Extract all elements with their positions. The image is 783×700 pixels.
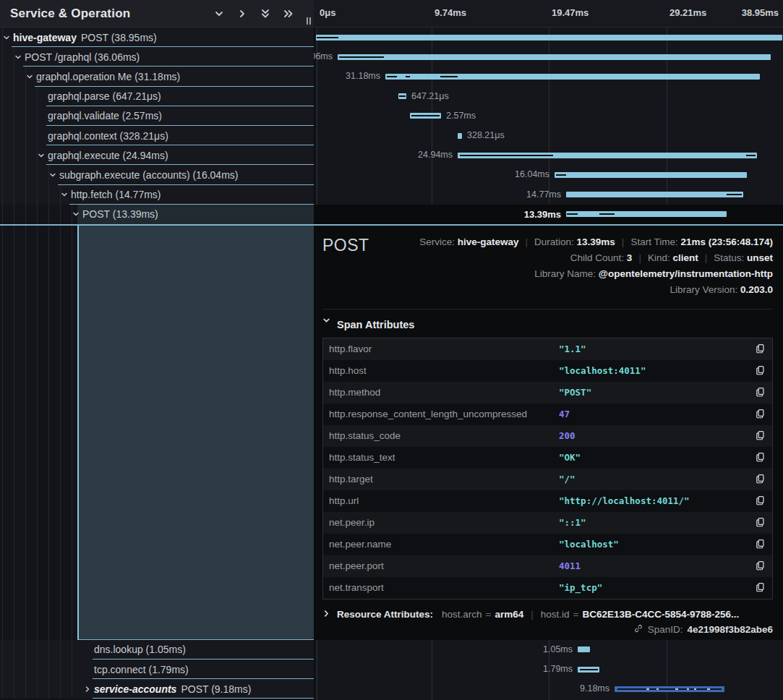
operation-name: dns.lookup (1.05ms) [94, 644, 186, 655]
span-row[interactable]: subgraph.execute (accounts) (16.04ms)16.… [0, 165, 783, 184]
span-row-timeline-cell: 2.57ms [314, 106, 783, 126]
copy-value-button[interactable] [753, 473, 766, 486]
duration-bar[interactable] [458, 133, 462, 139]
attribute-key: http.target [329, 474, 559, 485]
child-span-dot [646, 688, 649, 690]
chevron-down-icon[interactable] [72, 210, 80, 218]
copy-value-button[interactable] [753, 560, 766, 573]
span-row-label-cell: graphql.operation Me (31.18ms) [0, 67, 314, 86]
copy-value-button[interactable] [753, 364, 766, 377]
resource-attributes-header[interactable]: Resource Attributes: host.arch=arm64|hos… [322, 609, 773, 620]
span-label: graphql.execute (24.94ms) [48, 150, 168, 161]
span-label: POST /graphql (36.06ms) [25, 51, 140, 63]
expand-one-icon[interactable] [236, 7, 249, 20]
duration-bar[interactable] [410, 113, 441, 119]
resource-key: host.arch [442, 609, 482, 620]
resource-value: arm64 [495, 609, 523, 620]
bar-duration-label: 36.06ms [314, 47, 333, 67]
bar-duration-label: 24.94ms [418, 145, 453, 165]
span-row[interactable]: graphql.context (328.21μs)328.21μs [0, 126, 783, 145]
collapse-one-icon[interactable] [213, 7, 226, 20]
child-span-dot [687, 688, 689, 690]
overview-field-label: Library Name: [534, 268, 599, 279]
copy-value-button[interactable] [753, 538, 766, 551]
span-row[interactable]: dns.lookup (1.05ms)1.05ms [0, 640, 783, 660]
span-row-timeline-cell: 38.95ms [314, 27, 783, 47]
duration-bar[interactable] [578, 667, 599, 673]
copy-value-button[interactable] [753, 451, 766, 464]
bar-duration-label: 13.39ms [524, 205, 561, 224]
span-row[interactable]: service-accountsPOST (9.18ms)9.18ms [0, 679, 783, 699]
span-id-line: SpanID: 4e21998f3b82abe6 [322, 623, 773, 636]
span-label: tcp.connect (1.79ms) [94, 664, 189, 675]
chevron-right-icon[interactable] [84, 686, 91, 693]
chevron-down-icon[interactable] [38, 152, 45, 159]
chevron-down-icon[interactable] [14, 54, 22, 61]
chevron-down-icon[interactable] [26, 73, 33, 80]
span-row[interactable]: graphql.execute (24.94ms)24.94ms [0, 145, 783, 165]
span-row[interactable]: POST (13.39ms)13.39ms [0, 205, 783, 224]
span-row[interactable]: http.fetch (14.77ms)14.77ms [0, 185, 783, 205]
span-attributes-header[interactable]: Span Attributes [322, 317, 773, 333]
row-underline [93, 698, 314, 699]
span-row[interactable]: graphql.validate (2.57ms)2.57ms [0, 106, 783, 126]
bar-duration-label: 2.57ms [446, 106, 476, 126]
span-row[interactable]: hive-gatewayPOST (38.95ms)38.95ms [0, 27, 783, 47]
divider [322, 309, 773, 310]
copy-value-button[interactable] [753, 430, 766, 443]
operation-name: subgraph.execute (accounts) (16.04ms) [59, 169, 238, 181]
span-row-timeline-cell: 24.94ms [314, 145, 783, 165]
attribute-value: "POST" [559, 387, 753, 398]
duration-bar[interactable] [385, 74, 760, 80]
span-row-timeline-cell: 16.04ms [314, 165, 783, 184]
span-row[interactable]: graphql.parse (647.21μs)647.21μs [0, 87, 783, 106]
duration-bar[interactable] [615, 686, 724, 692]
span-row[interactable]: POST /graphql (36.06ms)36.06ms [0, 47, 783, 67]
attribute-key: http.status_code [329, 430, 559, 441]
collapse-all-icon[interactable] [259, 7, 272, 20]
chevron-down-icon[interactable] [49, 171, 56, 179]
span-label: graphql.validate (2.57ms) [48, 110, 162, 121]
duration-bar[interactable] [398, 93, 406, 99]
link-icon[interactable] [633, 623, 643, 636]
duration-bar[interactable] [566, 211, 727, 217]
copy-value-button[interactable] [753, 408, 766, 421]
span-attributes-title: Span Attributes [337, 319, 414, 330]
span-row-label-cell: POST (13.39ms) [0, 205, 314, 224]
copy-value-button[interactable] [753, 581, 766, 594]
attribute-value: "::1" [559, 517, 753, 528]
span-row-label-cell: hive-gatewayPOST (38.95ms) [0, 27, 314, 47]
operation-name: tcp.connect (1.79ms) [94, 664, 189, 675]
attribute-value: 4011 [559, 560, 753, 571]
copy-value-button[interactable] [753, 386, 766, 399]
attribute-row: http.target"/" [323, 469, 772, 490]
chevron-down-icon[interactable] [3, 34, 10, 41]
copy-value-button[interactable] [753, 343, 766, 356]
column-resizer-handle[interactable] [307, 17, 311, 25]
attribute-row: net.peer.name"localhost" [323, 534, 772, 555]
expand-all-icon[interactable] [282, 7, 295, 20]
span-row-label-cell: tcp.connect (1.79ms) [0, 660, 314, 679]
child-span-mark [567, 213, 578, 215]
chevron-right-icon [322, 609, 330, 620]
duration-bar[interactable] [566, 192, 743, 197]
span-row[interactable]: tcp.connect (1.79ms)1.79ms [0, 660, 783, 679]
duration-bar[interactable] [338, 54, 771, 60]
copy-value-button[interactable] [753, 495, 766, 508]
attribute-key: net.transport [329, 582, 559, 593]
field-separator: | [519, 236, 535, 247]
copy-value-button[interactable] [753, 516, 766, 529]
span-rows: hive-gatewayPOST (38.95ms)38.95msPOST /g… [0, 27, 783, 699]
span-row[interactable]: graphql.operation Me (31.18ms)31.18ms [0, 67, 783, 86]
duration-bar[interactable] [458, 153, 757, 158]
overview-line: Service: hive-gateway|Duration: 13.39ms|… [369, 234, 773, 250]
duration-bar[interactable] [555, 172, 747, 178]
bar-duration-label: 1.79ms [543, 660, 573, 679]
duration-bar[interactable] [578, 646, 590, 652]
chevron-down-icon[interactable] [61, 191, 68, 198]
child-span-mark [339, 56, 384, 58]
duration-bar[interactable] [316, 35, 782, 40]
attribute-value: "ip_tcp" [559, 582, 753, 593]
child-span-mark [599, 213, 615, 215]
overview-field-label: Library Version: [669, 284, 740, 295]
